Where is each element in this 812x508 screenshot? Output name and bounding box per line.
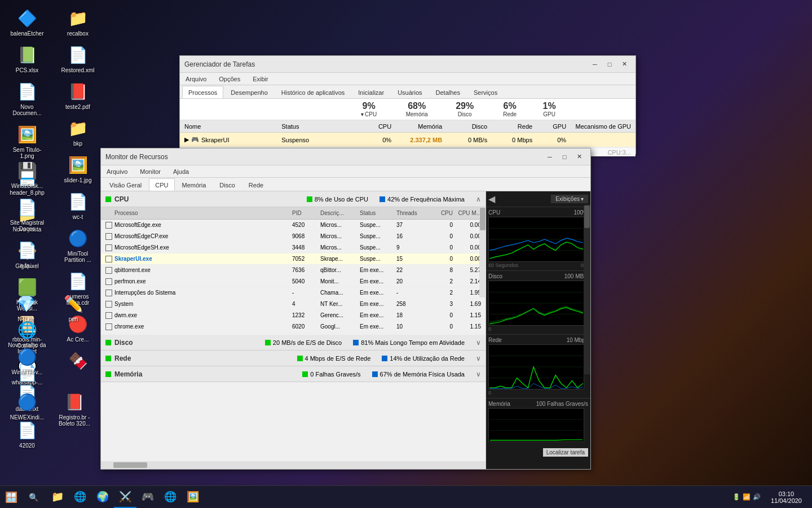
tab-detalhes[interactable]: Detalhes	[430, 86, 466, 98]
rm-left-scrollbar[interactable]	[479, 207, 486, 297]
rm-table-row[interactable]: System 4 NT Ker... Em exe... 258 3 1.69	[101, 299, 486, 310]
col-pid[interactable]: PID	[292, 210, 320, 216]
show-desktop-button[interactable]	[807, 486, 812, 509]
rm-views-button[interactable]: CPU Exibições ▾	[551, 195, 588, 203]
col-disk[interactable]: Disco	[442, 123, 487, 130]
rm-table-row[interactable]: dwm.exe 1232 Gerenc... Em exe... 18 0 1.…	[101, 310, 486, 321]
col-cpu-rm[interactable]: CPU	[427, 210, 453, 216]
rm-scrollbar-thumb-h[interactable]	[113, 462, 147, 468]
rm-checkbox[interactable]	[105, 222, 112, 229]
rm-menu-ajuda[interactable]: Ajuda	[170, 167, 192, 176]
minimize-button[interactable]: ─	[588, 58, 602, 71]
desktop-icon-registro[interactable]: 📕 Registro.br - Boleto 320...	[52, 388, 97, 429]
desktop-icon-pen[interactable]: ✏️ pen	[51, 290, 96, 325]
disk-section[interactable]: Disco 20 MB/s de E/S de Disco 81% Mais L…	[101, 335, 486, 351]
desktop-icon-teste2pdf[interactable]: 📕 teste2.pdf	[55, 78, 100, 112]
desktop-icon-wc[interactable]: 📄 wc-t	[55, 188, 100, 222]
desktop-icon-afa[interactable]: 📄 a fa...	[5, 237, 50, 271]
rm-right-scrollbar[interactable]	[584, 205, 590, 374]
task-manager-titlebar[interactable]: Gerenciador de Tarefas ─ □ ✕	[180, 56, 636, 73]
rm-menu-monitor[interactable]: Monitor	[136, 167, 164, 176]
col-cpum[interactable]: CPU M...	[453, 210, 481, 216]
rm-menu-arquivo[interactable]: Arquivo	[103, 167, 131, 176]
rm-maximize-button[interactable]: □	[558, 150, 571, 164]
rm-tab-visaogeral[interactable]: Visão Geral	[103, 178, 148, 191]
taskbar-app-browser2[interactable]: 🌐	[159, 487, 182, 508]
menu-arquivo[interactable]: Arquivo	[182, 75, 210, 84]
rm-table-row[interactable]: MicrosoftEdgeCP.exe 9068 Micros... Suspe…	[101, 231, 486, 242]
desktop-icon-choco[interactable]: 🍫	[55, 347, 100, 375]
taskbar-app-globe[interactable]: 🌍	[91, 487, 114, 508]
rm-checkbox[interactable]	[105, 256, 112, 262]
rm-table-row[interactable]: perfmon.exe 5040 Monit... Em exe... 20 2…	[101, 276, 486, 287]
rm-close-button[interactable]: ✕	[572, 150, 586, 164]
col-status[interactable]: Status	[281, 123, 346, 130]
taskbar-app-fileexplorer[interactable]: 📁	[46, 487, 69, 508]
desktop-icon-sitemagistral[interactable]: 📄 Site Magistral Doces	[5, 194, 50, 234]
network-section[interactable]: Rede 4 Mbps de E/S de Rede 14% de Utiliz…	[101, 351, 486, 366]
col-cpu[interactable]: CPU	[346, 123, 391, 130]
memory-section[interactable]: Memória 0 Falhas Graves/s 67% de Memória…	[101, 366, 486, 382]
col-gpueng[interactable]: Mecanismo de GPU	[566, 123, 631, 130]
desktop-icon-novodoc[interactable]: 📄 Novo Documen...	[5, 78, 50, 119]
rm-checkbox[interactable]	[105, 278, 112, 285]
desktop-icon-restored[interactable]: 📄 Restored.xml	[55, 41, 100, 76]
maximize-button[interactable]: □	[603, 58, 616, 71]
table-row-skraperui[interactable]: ▶ 🎮 SkraperUI Suspenso 0% 2.337,2 MB 0 M…	[180, 133, 636, 147]
desktop-icon-slider1[interactable]: 🖼️ slider-1.jpg	[55, 151, 100, 186]
rm-table-row[interactable]: chrome.exe 6020 Googl... Em exe... 10 0 …	[101, 321, 486, 332]
col-memory[interactable]: Memória	[391, 123, 442, 130]
rm-expand-left-button[interactable]: ◀	[488, 194, 495, 204]
col-nome[interactable]: Nome	[184, 123, 281, 130]
rm-checkbox[interactable]	[105, 323, 112, 330]
desktop-icon-newexindi[interactable]: 🔵 NEWEXindi...	[5, 388, 50, 429]
desktop-icon-bkp[interactable]: 📁 bkp	[55, 115, 100, 149]
rm-table-row[interactable]: MicrosoftEdgeSH.exe 3448 Micros... Suspe…	[101, 242, 486, 253]
desktop-icon-balenaetcher[interactable]: 🔷 balenaEtcher	[5, 5, 50, 39]
taskbar-app-image[interactable]: 🖼️	[182, 487, 204, 508]
rm-table-row[interactable]: Interrupções do Sistema - Chama... Em ex…	[101, 287, 486, 299]
desktop-icon-winmtr[interactable]: 🔵 WinMTR-v...	[5, 343, 50, 378]
search-button[interactable]: 🔍	[23, 486, 44, 509]
rm-checkbox[interactable]	[105, 233, 112, 240]
tab-desempenho[interactable]: Desempenho	[224, 86, 273, 98]
menu-opcoes[interactable]: Opções	[215, 75, 244, 84]
col-threads[interactable]: Threads	[396, 210, 427, 216]
desktop-icon-minitool[interactable]: 🔵 MiniTool Partition ...	[55, 225, 100, 265]
col-status-rm[interactable]: Status	[360, 210, 396, 216]
close-button[interactable]: ✕	[617, 58, 631, 71]
rm-checkbox[interactable]	[105, 267, 112, 274]
col-desc[interactable]: Descriç...	[320, 210, 360, 216]
taskbar-clock[interactable]: 03:10 11/04/2020	[765, 491, 807, 504]
desktop-icon-recalbox[interactable]: 📁 recalbox	[55, 5, 100, 39]
rm-table-row[interactable]: qbittorrent.exe 7636 qBittor... Em exe..…	[101, 265, 486, 276]
col-network[interactable]: Rede	[487, 123, 532, 130]
start-button[interactable]: 🪟	[0, 486, 23, 509]
tab-processos[interactable]: Processos	[182, 86, 223, 98]
rm-checkbox[interactable]	[105, 244, 112, 251]
rm-locate-task-button[interactable]: Localizar tarefa	[543, 448, 588, 457]
rm-right-scrollbar-thumb[interactable]	[584, 205, 590, 228]
desktop-icon-ntlite[interactable]: 💎 NTLite	[3, 290, 48, 325]
tab-inicializar[interactable]: Inicializar	[352, 86, 390, 98]
rm-checkbox[interactable]	[105, 301, 112, 308]
col-gpu[interactable]: GPU	[532, 123, 566, 130]
rm-table-row[interactable]: SkraperUI.exe 7052 Skrape... Suspe... 15…	[101, 253, 486, 265]
rm-tab-disco[interactable]: Disco	[213, 178, 241, 191]
rm-scrollbar-horizontal[interactable]	[101, 461, 486, 469]
rm-checkbox[interactable]	[105, 312, 112, 319]
taskbar-app-chrome[interactable]: 🌐	[69, 487, 91, 508]
rm-table-row[interactable]: MicrosoftEdge.exe 4520 Micros... Suspe..…	[101, 220, 486, 231]
menu-exibir[interactable]: Exibir	[249, 75, 272, 84]
tab-servicos[interactable]: Serviços	[467, 86, 504, 98]
taskbar-app-qbittorrent[interactable]: 🎮	[136, 487, 159, 508]
tab-usuarios[interactable]: Usuários	[391, 86, 428, 98]
resource-monitor-titlebar[interactable]: Monitor de Recursos ─ □ ✕	[101, 148, 590, 165]
desktop-icon-pcsxlsx[interactable]: 📗 PCS.xlsx	[5, 41, 50, 76]
rm-tab-rede[interactable]: Rede	[242, 178, 270, 191]
col-processo[interactable]: Processo	[114, 210, 292, 216]
rm-tab-cpu[interactable]: CPU	[149, 178, 174, 191]
rm-checkbox[interactable]	[105, 290, 112, 296]
taskbar-app-game[interactable]: ⚔️	[114, 487, 136, 508]
tab-historico[interactable]: Histórico de aplicativos	[275, 86, 351, 98]
